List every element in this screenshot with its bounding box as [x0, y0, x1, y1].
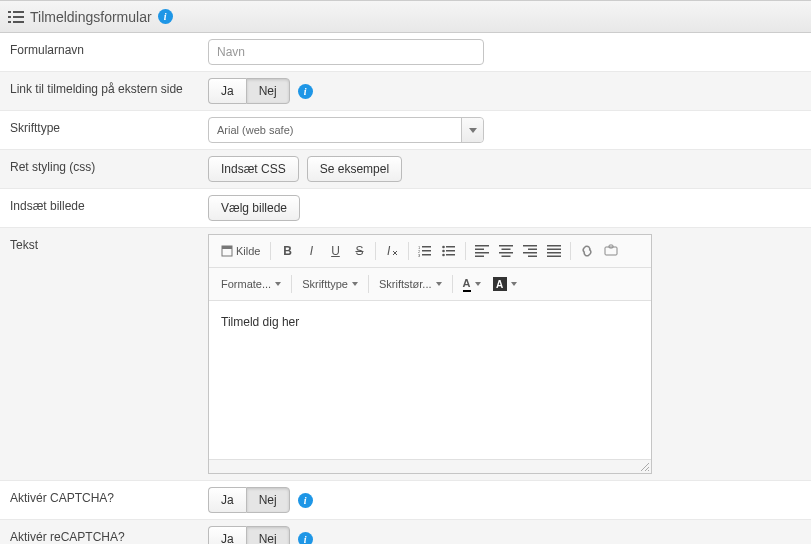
row-indsaet-billede: Indsæt billede Vælg billede [0, 189, 811, 228]
page-title: Tilmeldingsformular [30, 9, 152, 25]
svg-rect-34 [528, 256, 537, 258]
svg-rect-23 [475, 245, 489, 247]
bullet-list-button[interactable] [437, 239, 461, 263]
svg-rect-14 [422, 250, 431, 252]
editor-source-button[interactable]: Kilde [215, 239, 266, 263]
svg-rect-1 [13, 11, 24, 13]
recaptcha-toggle: Ja Nej [208, 526, 290, 544]
info-icon[interactable]: i [298, 532, 313, 545]
vaelg-billede-button[interactable]: Vælg billede [208, 195, 300, 221]
align-justify-button[interactable] [542, 239, 566, 263]
remove-format-button[interactable]: I [380, 239, 404, 263]
svg-rect-20 [446, 250, 455, 252]
label-tekst: Tekst [0, 228, 200, 262]
info-icon[interactable]: i [158, 9, 173, 24]
recaptcha-nej-button[interactable]: Nej [246, 526, 290, 544]
svg-rect-7 [222, 246, 232, 249]
captcha-toggle: Ja Nej [208, 487, 290, 513]
svg-rect-0 [8, 11, 11, 13]
svg-rect-3 [13, 16, 24, 18]
link-ekstern-toggle: Ja Nej [208, 78, 290, 104]
svg-rect-22 [446, 254, 455, 256]
svg-line-43 [648, 470, 649, 471]
label-formularnavn: Formularnavn [0, 33, 200, 71]
svg-rect-4 [8, 21, 11, 23]
resize-handle-icon[interactable] [638, 460, 650, 472]
row-ret-styling: Ret styling (css) Indsæt CSS Se eksempel [0, 150, 811, 189]
skrifttype-select-value: Arial (web safe) [209, 124, 461, 136]
svg-rect-30 [502, 256, 511, 258]
se-eksempel-button[interactable]: Se eksempel [307, 156, 402, 182]
svg-rect-24 [475, 249, 484, 251]
chevron-down-icon [275, 282, 281, 286]
row-captcha: Aktivér CAPTCHA? Ja Nej i [0, 481, 811, 520]
svg-rect-35 [547, 245, 561, 247]
svg-text:I: I [387, 244, 391, 258]
align-left-button[interactable] [470, 239, 494, 263]
info-icon[interactable]: i [298, 493, 313, 508]
svg-rect-33 [523, 252, 537, 254]
chevron-down-icon [475, 282, 481, 286]
chevron-down-icon [436, 282, 442, 286]
label-link-ekstern: Link til tilmelding på ekstern side [0, 72, 200, 110]
italic-button[interactable]: I [299, 239, 323, 263]
font-family-dropdown[interactable]: Skrifttype [296, 272, 364, 296]
svg-rect-29 [499, 252, 513, 254]
anchor-button[interactable] [599, 239, 623, 263]
svg-text:3: 3 [418, 253, 421, 257]
svg-point-19 [443, 250, 446, 253]
list-icon [8, 10, 24, 24]
editor-resize-bar [209, 459, 651, 473]
numbered-list-button[interactable]: 123 [413, 239, 437, 263]
background-color-button[interactable]: A [487, 272, 523, 296]
formularnavn-input[interactable] [208, 39, 484, 65]
bold-button[interactable]: B [275, 239, 299, 263]
underline-button[interactable]: U [323, 239, 347, 263]
svg-rect-37 [547, 252, 561, 254]
source-icon [221, 245, 233, 257]
label-indsaet-billede: Indsæt billede [0, 189, 200, 227]
skrifttype-select[interactable]: Arial (web safe) [208, 117, 484, 143]
row-formularnavn: Formularnavn [0, 33, 811, 72]
font-size-dropdown[interactable]: Skriftstør... [373, 272, 448, 296]
link-button[interactable] [575, 239, 599, 263]
indsaet-css-button[interactable]: Indsæt CSS [208, 156, 299, 182]
svg-rect-31 [523, 245, 537, 247]
svg-rect-38 [547, 256, 561, 258]
info-icon[interactable]: i [298, 84, 313, 99]
format-dropdown[interactable]: Formate... [215, 272, 287, 296]
editor-toolbar-2: Formate... Skrifttype Skriftstør... A A [209, 268, 651, 301]
svg-rect-36 [547, 249, 561, 251]
align-center-button[interactable] [494, 239, 518, 263]
svg-line-41 [641, 463, 649, 471]
label-recaptcha: Aktivér reCAPTCHA? [0, 520, 200, 544]
row-skrifttype: Skrifttype Arial (web safe) [0, 111, 811, 150]
label-ret-styling: Ret styling (css) [0, 150, 200, 188]
svg-rect-27 [499, 245, 513, 247]
captcha-nej-button[interactable]: Nej [246, 487, 290, 513]
rich-text-editor: Kilde B I U S I 123 [208, 234, 652, 474]
svg-rect-18 [446, 246, 455, 248]
text-color-button[interactable]: A [457, 272, 487, 296]
strikethrough-button[interactable]: S [347, 239, 371, 263]
captcha-ja-button[interactable]: Ja [208, 487, 246, 513]
row-recaptcha: Aktivér reCAPTCHA? Ja Nej i [0, 520, 811, 544]
svg-rect-25 [475, 252, 489, 254]
chevron-down-icon [461, 118, 483, 142]
align-right-button[interactable] [518, 239, 542, 263]
form-header: Tilmeldingsformular i [0, 0, 811, 33]
link-ekstern-ja-button[interactable]: Ja [208, 78, 246, 104]
chevron-down-icon [511, 282, 517, 286]
recaptcha-ja-button[interactable]: Ja [208, 526, 246, 544]
link-ekstern-nej-button[interactable]: Nej [246, 78, 290, 104]
svg-rect-2 [8, 16, 11, 18]
svg-rect-28 [502, 249, 511, 251]
label-skrifttype: Skrifttype [0, 111, 200, 149]
svg-rect-26 [475, 256, 484, 258]
editor-toolbar-1: Kilde B I U S I 123 [209, 235, 651, 268]
label-captcha: Aktivér CAPTCHA? [0, 481, 200, 519]
svg-rect-32 [528, 249, 537, 251]
row-link-ekstern: Link til tilmelding på ekstern side Ja N… [0, 72, 811, 111]
svg-rect-16 [422, 254, 431, 256]
editor-content-area[interactable]: Tilmeld dig her [209, 301, 651, 459]
